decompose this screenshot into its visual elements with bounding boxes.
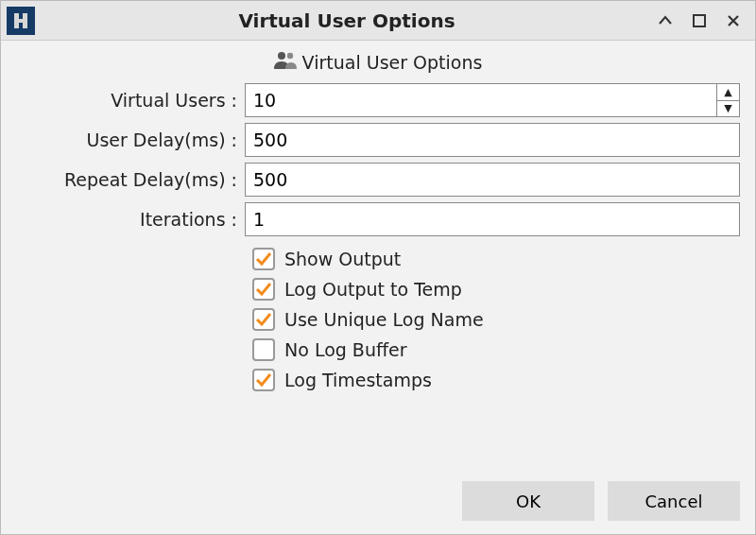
label-repeat-delay: Repeat Delay(ms) : (16, 169, 245, 190)
window-controls (655, 10, 749, 31)
virtual-users-spinner: ▲ ▼ (717, 83, 740, 117)
show-output-checkbox[interactable] (252, 248, 275, 270)
users-icon (274, 50, 297, 74)
no-log-buffer-label: No Log Buffer (284, 339, 407, 360)
svg-point-5 (286, 53, 292, 59)
row-repeat-delay: Repeat Delay(ms) : (16, 163, 740, 197)
spin-down-icon[interactable]: ▼ (717, 101, 739, 117)
repeat-delay-input[interactable] (245, 163, 740, 197)
app-icon (7, 7, 35, 35)
log-to-temp-checkbox[interactable] (252, 278, 275, 301)
log-timestamps-label: Log Timestamps (284, 370, 432, 390)
maximize-icon[interactable] (689, 10, 710, 31)
row-user-delay: User Delay(ms) : (16, 123, 740, 157)
row-log-timestamps: Log Timestamps (252, 369, 740, 391)
row-show-output: Show Output (252, 248, 740, 270)
unique-log-name-checkbox[interactable] (252, 308, 275, 331)
svg-rect-2 (14, 19, 27, 23)
log-to-temp-label: Log Output to Temp (284, 279, 462, 300)
unique-log-name-label: Use Unique Log Name (284, 309, 484, 330)
dialog-window: Virtual User Options Virtu (0, 0, 756, 535)
section-header-label: Virtual User Options (302, 52, 483, 73)
log-timestamps-checkbox[interactable] (252, 369, 275, 391)
spin-up-icon[interactable]: ▲ (717, 84, 739, 101)
label-iterations: Iterations : (16, 209, 245, 230)
ok-button[interactable]: OK (462, 481, 594, 521)
user-delay-input[interactable] (245, 123, 740, 157)
svg-point-4 (278, 52, 285, 60)
label-virtual-users: Virtual Users : (16, 90, 245, 111)
label-user-delay: User Delay(ms) : (16, 129, 245, 150)
section-header: Virtual User Options (16, 50, 740, 74)
close-icon[interactable] (723, 10, 744, 31)
row-no-log-buffer: No Log Buffer (252, 338, 740, 361)
cancel-button[interactable]: Cancel (608, 481, 740, 521)
show-output-label: Show Output (284, 249, 401, 269)
row-iterations: Iterations : (16, 202, 740, 236)
minimize-icon[interactable] (655, 10, 676, 31)
row-log-to-temp: Log Output to Temp (252, 278, 740, 301)
iterations-input[interactable] (245, 202, 740, 236)
no-log-buffer-checkbox[interactable] (252, 338, 275, 361)
window-title: Virtual User Options (39, 9, 655, 32)
content-area: Virtual User Options Virtual Users : ▲ ▼… (1, 41, 755, 472)
svg-rect-3 (694, 15, 705, 26)
virtual-users-input[interactable] (245, 83, 717, 117)
titlebar: Virtual User Options (1, 1, 755, 41)
row-unique-log-name: Use Unique Log Name (252, 308, 740, 331)
button-bar: OK Cancel (1, 472, 755, 534)
row-virtual-users: Virtual Users : ▲ ▼ (16, 83, 740, 117)
